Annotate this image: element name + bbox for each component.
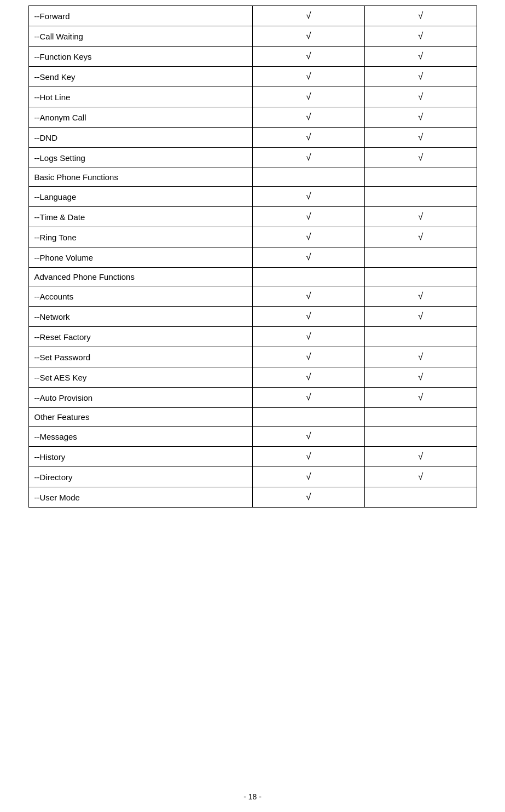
- feature-cell: --Language: [28, 187, 253, 207]
- data-row: --Network√√: [28, 307, 477, 327]
- section-header-row: Advanced Phone Functions: [28, 268, 477, 286]
- check1-cell: √: [253, 47, 365, 67]
- check1-cell: √: [253, 26, 365, 47]
- check1-cell: √: [253, 487, 365, 508]
- check1-cell: √: [253, 6, 365, 26]
- features-table: --Forward√√--Call Waiting√√--Function Ke…: [28, 5, 477, 508]
- check2-cell: √: [364, 227, 477, 247]
- check2-cell: √: [364, 67, 477, 87]
- check2-cell: √: [364, 307, 477, 327]
- check1-cell: √: [253, 347, 365, 367]
- feature-cell: --Network: [28, 307, 253, 327]
- check2-cell: √: [364, 26, 477, 47]
- check2-cell: √: [364, 148, 477, 168]
- feature-cell: --Ring Tone: [28, 227, 253, 247]
- check2-cell: √: [364, 467, 477, 487]
- data-row: --Time & Date√√: [28, 207, 477, 227]
- check2-cell: √: [364, 47, 477, 67]
- section-header-row: Basic Phone Functions: [28, 168, 477, 187]
- section-col2-cell: [364, 408, 477, 427]
- check1-cell: √: [253, 128, 365, 148]
- section-feature-cell: Basic Phone Functions: [28, 168, 253, 187]
- data-row: --Forward√√: [28, 6, 477, 26]
- check1-cell: √: [253, 187, 365, 207]
- data-row: --Accounts√√: [28, 286, 477, 307]
- data-row: --Phone Volume√: [28, 247, 477, 268]
- check1-cell: √: [253, 307, 365, 327]
- check2-cell: √: [364, 367, 477, 388]
- feature-cell: --Auto Provision: [28, 388, 253, 408]
- data-row: --Ring Tone√√: [28, 227, 477, 247]
- data-row: --Function Keys√√: [28, 47, 477, 67]
- data-row: --History√√: [28, 447, 477, 467]
- feature-cell: --Time & Date: [28, 207, 253, 227]
- check2-cell: √: [364, 388, 477, 408]
- check2-cell: √: [364, 107, 477, 128]
- data-row: --User Mode√: [28, 487, 477, 508]
- check2-cell: √: [364, 128, 477, 148]
- feature-cell: --Logs Setting: [28, 148, 253, 168]
- feature-cell: --Messages: [28, 427, 253, 447]
- check1-cell: √: [253, 67, 365, 87]
- data-row: --Send Key√√: [28, 67, 477, 87]
- check1-cell: √: [253, 327, 365, 347]
- data-row: --Logs Setting√√: [28, 148, 477, 168]
- feature-cell: --History: [28, 447, 253, 467]
- check2-cell: √: [364, 286, 477, 307]
- check2-cell: √: [364, 207, 477, 227]
- data-row: --Anonym Call√√: [28, 107, 477, 128]
- data-row: --DND√√: [28, 128, 477, 148]
- check2-cell: [364, 187, 477, 207]
- feature-cell: --Function Keys: [28, 47, 253, 67]
- check2-cell: [364, 427, 477, 447]
- data-row: --Auto Provision√√: [28, 388, 477, 408]
- feature-cell: --Forward: [28, 6, 253, 26]
- feature-cell: --Accounts: [28, 286, 253, 307]
- check1-cell: √: [253, 467, 365, 487]
- check2-cell: √: [364, 6, 477, 26]
- check2-cell: [364, 487, 477, 508]
- check2-cell: √: [364, 347, 477, 367]
- feature-cell: --Call Waiting: [28, 26, 253, 47]
- data-row: --Set AES Key√√: [28, 367, 477, 388]
- section-col1-cell: [253, 408, 365, 427]
- section-col2-cell: [364, 268, 477, 286]
- check2-cell: [364, 327, 477, 347]
- feature-cell: --User Mode: [28, 487, 253, 508]
- check2-cell: [364, 247, 477, 268]
- feature-cell: --Hot Line: [28, 87, 253, 107]
- data-row: --Messages√: [28, 427, 477, 447]
- feature-cell: --Send Key: [28, 67, 253, 87]
- check2-cell: √: [364, 87, 477, 107]
- feature-cell: --Phone Volume: [28, 247, 253, 268]
- feature-cell: --Reset Factory: [28, 327, 253, 347]
- feature-cell: --Set AES Key: [28, 367, 253, 388]
- check1-cell: √: [253, 447, 365, 467]
- feature-cell: --Set Password: [28, 347, 253, 367]
- section-feature-cell: Advanced Phone Functions: [28, 268, 253, 286]
- section-col2-cell: [364, 168, 477, 187]
- feature-cell: --DND: [28, 128, 253, 148]
- data-row: --Hot Line√√: [28, 87, 477, 107]
- data-row: --Set Password√√: [28, 347, 477, 367]
- section-header-row: Other Features: [28, 408, 477, 427]
- data-row: --Reset Factory√: [28, 327, 477, 347]
- check2-cell: √: [364, 447, 477, 467]
- page-footer: - 18 -: [28, 776, 477, 812]
- check1-cell: √: [253, 247, 365, 268]
- check1-cell: √: [253, 427, 365, 447]
- check1-cell: √: [253, 227, 365, 247]
- check1-cell: √: [253, 286, 365, 307]
- section-col1-cell: [253, 168, 365, 187]
- check1-cell: √: [253, 207, 365, 227]
- data-row: --Language√: [28, 187, 477, 207]
- feature-cell: --Directory: [28, 467, 253, 487]
- section-feature-cell: Other Features: [28, 408, 253, 427]
- feature-cell: --Anonym Call: [28, 107, 253, 128]
- check1-cell: √: [253, 107, 365, 128]
- data-row: --Directory√√: [28, 467, 477, 487]
- page-number: - 18 -: [243, 792, 262, 801]
- data-row: --Call Waiting√√: [28, 26, 477, 47]
- check1-cell: √: [253, 367, 365, 388]
- check1-cell: √: [253, 148, 365, 168]
